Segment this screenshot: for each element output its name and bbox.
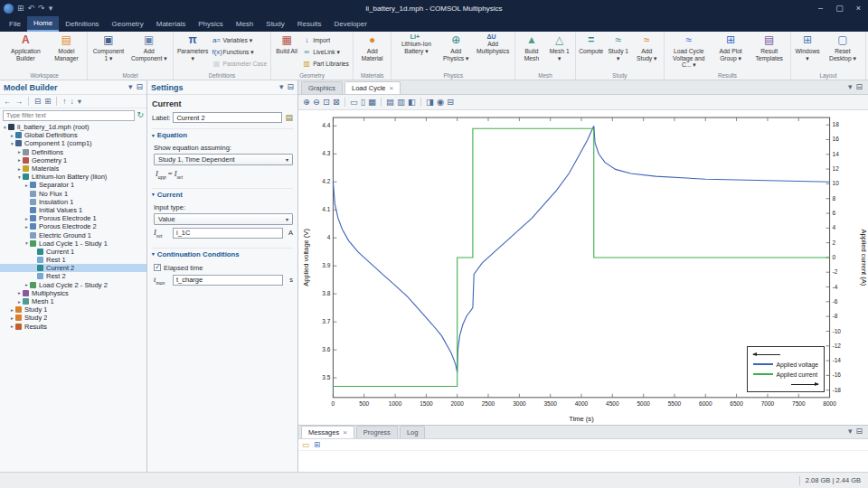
menu-tab-home[interactable]: Home: [27, 16, 59, 32]
tree-toggle-icon[interactable]: ▸: [9, 315, 15, 321]
tree-item-definitions[interactable]: ▸Definitions: [0, 148, 146, 156]
messages-menu-icon[interactable]: ▾: [848, 427, 853, 436]
show-menu-icon[interactable]: ▾: [78, 98, 81, 106]
add-plot-group-button[interactable]: ⊞Add Plot Group ▾: [712, 33, 750, 62]
tree-item-multiphysics[interactable]: ▸Multiphysics: [0, 289, 146, 297]
tree-item-no-flux-1[interactable]: No Flux 1: [0, 190, 146, 198]
tree-toggle-icon[interactable]: ▸: [16, 166, 23, 172]
zoom-box-icon[interactable]: ⊠: [333, 98, 340, 107]
menu-tab-study[interactable]: Study: [259, 16, 290, 32]
compute-button[interactable]: =Compute: [578, 33, 605, 56]
tree-item-porous-electrode-1[interactable]: ▸Porous Electrode 1: [0, 214, 146, 222]
tree-toggle-icon[interactable]: ▾: [9, 141, 15, 146]
label-input[interactable]: [173, 112, 282, 123]
zoom-in-icon[interactable]: ⊕: [303, 98, 310, 107]
tree-toggle-icon[interactable]: ▸: [9, 133, 15, 138]
filter-refresh-icon[interactable]: ↻: [137, 111, 144, 119]
axis-limits-icon[interactable]: ▭: [350, 98, 358, 107]
redo-icon[interactable]: ↷: [38, 5, 45, 13]
image-export-icon[interactable]: ◨: [426, 98, 434, 107]
part-libraries-button[interactable]: ▥Part Libraries: [300, 58, 351, 70]
transparency-icon[interactable]: ◧: [408, 98, 416, 107]
tree-item-rest-2[interactable]: Rest 2: [0, 272, 146, 280]
move-up-icon[interactable]: ↑: [62, 98, 66, 106]
legend-toggle-icon[interactable]: ▥: [397, 98, 405, 107]
tree-item-geometry-1[interactable]: ▸Geometry 1: [0, 156, 146, 164]
tree-item-initial-values-1[interactable]: Initial Values 1: [0, 206, 146, 214]
parameter-case-button[interactable]: ▦Parameter Case: [210, 58, 269, 70]
clear-messages-icon[interactable]: ▭: [302, 441, 309, 449]
tree-item-study-1[interactable]: ▸Study 1: [0, 305, 146, 314]
component-button[interactable]: ▣Component 1 ▾: [90, 33, 127, 62]
float-panel-icon[interactable]: ⊟: [855, 427, 863, 436]
undo-icon[interactable]: ↶: [28, 5, 35, 13]
app-menu-icon[interactable]: ⊞: [17, 5, 24, 13]
tree-item-lithium-ion-battery[interactable]: ▾Lithium-Ion Battery (liion): [0, 173, 146, 181]
graphics-tab-graphics[interactable]: Graphics: [301, 81, 343, 94]
continuation-section-header[interactable]: Continuation Conditions: [152, 248, 293, 260]
current-section-header[interactable]: Current: [152, 188, 293, 201]
livelink-button[interactable]: ∞LiveLink ▾: [300, 46, 351, 58]
tree-toggle-icon[interactable]: ▸: [16, 299, 23, 305]
equation-assuming-select[interactable]: Study 1, Time Dependent: [154, 154, 293, 165]
add-physics-button[interactable]: ⊕Add Physics ▾: [439, 33, 473, 62]
tree-toggle-icon[interactable]: ▾: [2, 125, 8, 130]
study-1-button[interactable]: ≈Study 1 ▾: [605, 33, 632, 62]
tree-toggle-icon[interactable]: ▸: [24, 183, 30, 188]
plot-data-icon[interactable]: ▤: [386, 98, 394, 107]
menu-tab-definitions[interactable]: Definitions: [59, 16, 105, 32]
tree-toggle-icon[interactable]: ▸: [24, 282, 30, 287]
menu-tab-mesh[interactable]: Mesh: [230, 16, 260, 32]
tree-item-materials[interactable]: ▸Materials: [0, 164, 146, 173]
tree-toggle-icon[interactable]: ▸: [9, 324, 15, 329]
tree-item-porous-electrode-2[interactable]: ▸Porous Electrode 2: [0, 222, 146, 230]
tree-toggle-icon[interactable]: ▸: [24, 216, 30, 221]
messages-tab-messages[interactable]: Messages×: [301, 426, 354, 438]
input-type-select[interactable]: Value: [154, 213, 293, 225]
menu-tab-developer[interactable]: Developer: [327, 16, 373, 32]
tree-toggle-icon[interactable]: ▸: [9, 307, 15, 313]
build-all-button[interactable]: ▦Build All: [273, 33, 300, 56]
functions-button[interactable]: f(x)Functions ▾: [210, 46, 269, 58]
float-panel-icon[interactable]: ⊟: [287, 83, 294, 91]
grid-icon[interactable]: ▦: [368, 98, 376, 107]
tree-toggle-icon[interactable]: ▸: [16, 149, 23, 155]
tree-toggle-icon[interactable]: ▸: [24, 224, 30, 230]
tree-item-results[interactable]: ▸Results: [0, 323, 146, 331]
tree-item-separator-1[interactable]: ▸Separator 1: [0, 181, 146, 189]
forward-icon[interactable]: →: [15, 98, 24, 106]
messages-tab-log[interactable]: Log: [400, 426, 426, 438]
build-mesh-button[interactable]: ▲Build Mesh: [517, 33, 546, 62]
elapsed-time-checkbox[interactable]: [154, 264, 161, 271]
lithium-ion-battery-button[interactable]: Li+Lithium-Ion Battery ▾: [393, 33, 439, 55]
menu-tab-results[interactable]: Results: [291, 16, 328, 32]
tree-item-component-1[interactable]: ▾Component 1 (comp1): [0, 139, 146, 147]
snapshot-icon[interactable]: ◉: [437, 98, 444, 107]
tree-toggle-icon[interactable]: ▾: [16, 174, 23, 180]
add-study-button[interactable]: ≈Add Study ▾: [632, 33, 662, 62]
result-templates-button[interactable]: ▤Result Templates: [750, 33, 788, 62]
copy-text-icon[interactable]: ⊞: [314, 441, 320, 449]
graphics-tab-load-cycle[interactable]: Load Cycle×: [344, 81, 401, 94]
filter-input[interactable]: [3, 110, 135, 121]
menu-tab-geometry[interactable]: Geometry: [106, 16, 150, 32]
variables-button[interactable]: a=Variables ▾: [210, 34, 269, 46]
tree-item-mesh-1[interactable]: ▸Mesh 1: [0, 297, 146, 305]
equation-section-header[interactable]: Equation: [152, 128, 293, 141]
minimize-button[interactable]: –: [811, 0, 830, 16]
add-material-button[interactable]: ●Add Material: [355, 33, 389, 62]
menu-tab-physics[interactable]: Physics: [192, 16, 230, 32]
settings-menu-icon[interactable]: ▾: [279, 83, 284, 91]
collapse-all-icon[interactable]: ⊟: [34, 98, 41, 106]
tmax-input[interactable]: [173, 275, 283, 286]
iset-input[interactable]: [173, 228, 283, 239]
expand-all-icon[interactable]: ⊞: [44, 98, 51, 106]
print-icon[interactable]: ⊟: [447, 98, 454, 107]
quick-access-menu-icon[interactable]: ▾: [49, 5, 53, 13]
parameters-button[interactable]: πParameters ▾: [175, 33, 211, 62]
tree-item-root[interactable]: ▾li_battery_1d.mph (root): [0, 123, 146, 131]
tree-item-load-cycle-1[interactable]: ▾Load Cycle 1 - Study 1: [0, 239, 146, 248]
model-builder-menu-icon[interactable]: ▾: [128, 83, 133, 91]
windows-button[interactable]: ⊞Windows ▾: [793, 33, 822, 62]
close-button[interactable]: ×: [849, 0, 868, 16]
